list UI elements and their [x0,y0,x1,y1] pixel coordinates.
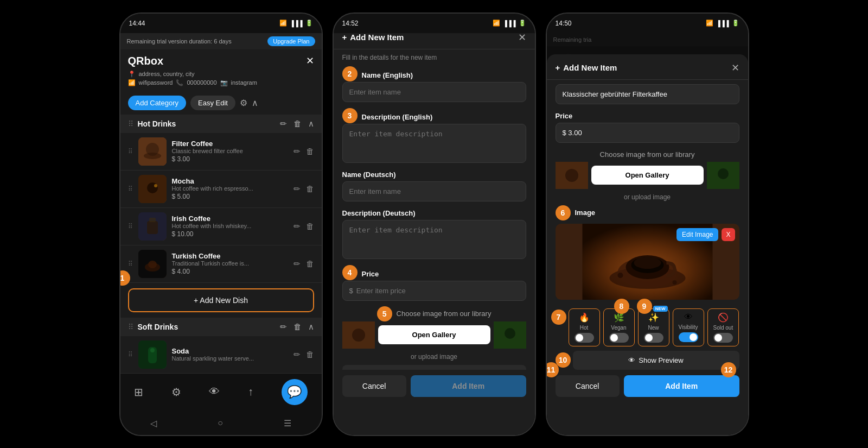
app-title: QRbox [128,55,164,67]
edit-item-soda[interactable]: ✏ [293,350,301,359]
new-icon: ✨ [648,312,659,323]
thumb-irish [138,212,167,241]
price-field-wrap: $ [342,281,526,301]
phone2-content: Remaining tria Hot Drin... + Add New Ite… [334,33,535,435]
tag-vegan: 🌿 Vegan [603,308,635,346]
item-drag-1[interactable]: ⠿ [128,148,133,155]
collapse-soft[interactable]: ∧ [308,322,314,332]
home-btn-1[interactable]: ○ [218,418,223,428]
cancel-button-2[interactable]: Cancel [342,375,406,397]
label-desc-de: Description (Deutsch) [342,209,526,217]
tag-new: NEW ✨ New [638,308,669,346]
toggle-vegan[interactable] [609,333,629,343]
edit-item-2[interactable]: ✏ [293,184,301,194]
soldout-icon: 🚫 [718,312,729,323]
eye-icon[interactable]: 👁 [209,386,220,398]
gallery-thumb-1 [342,321,375,349]
name-en-input[interactable] [342,82,526,102]
close-icon[interactable]: ✕ [306,55,314,67]
image-section-label: Image [575,209,596,217]
item-drag-4[interactable]: ⠿ [128,260,133,268]
time-2: 14:52 [342,20,359,27]
item-info-soda: Soda Natural sparkling water serve... [172,347,288,362]
open-gallery-btn-2[interactable]: Open Gallery [378,325,490,344]
item-name-filled[interactable] [556,84,739,104]
upgrade-button-1[interactable]: Upgrade Plan [267,36,315,46]
remove-image-button[interactable]: X [722,228,735,241]
desc-de-input[interactable] [342,220,526,259]
name-de-input[interactable] [342,181,526,201]
item-price-2: $ 5.00 [172,193,288,200]
delete-category-hot[interactable]: 🗑 [293,119,302,128]
thumb-turkish [138,250,167,278]
open-gallery-btn-3[interactable]: Open Gallery [591,166,704,185]
item-drag-2[interactable]: ⠿ [128,185,133,193]
qr-icon[interactable]: ⊞ [134,386,143,399]
svg-point-2 [144,153,161,159]
price-value-input[interactable] [556,123,739,143]
toggle-hot[interactable] [575,333,594,343]
step-9-badge: 9 [637,299,652,314]
drag-handle-soft[interactable]: ⠿ [128,323,133,331]
delete-item-3[interactable]: 🗑 [306,222,314,231]
label-price-3: Price [556,112,739,120]
collapse-hot[interactable]: ∧ [308,119,314,129]
add-category-button[interactable]: Add Category [128,96,187,110]
item-price-4: $ 4.00 [172,268,288,275]
edit-image-button[interactable]: Edit Image [676,228,718,241]
item-drag-3[interactable]: ⠿ [128,223,133,230]
phone-3: 14:50 📶 ▐▐▐ 🔋 Remaining tria Hot Drin...… [546,12,749,436]
item-turkish-coffee: ⠿ Turkish Coffee Traditional Turkish cof… [120,245,322,283]
show-preview-btn-3[interactable]: 👁 Show Preview [573,351,739,370]
edit-item-3[interactable]: ✏ [293,222,301,231]
recents-btn-1[interactable]: ☰ [284,418,291,428]
back-btn-1[interactable]: ◁ [150,418,157,428]
item-desc-2: Hot coffee with rich espresso... [172,185,288,192]
desc-en-input[interactable] [342,124,526,163]
toggle-new[interactable] [644,333,663,343]
delete-category-soft[interactable]: 🗑 [293,322,302,331]
modal-close-2[interactable]: ✕ [518,33,526,43]
delete-item-2[interactable]: 🗑 [306,184,314,194]
item-mocha: ⠿ Mocha Hot coffee with rich espresso...… [120,171,322,208]
price-input[interactable] [356,287,519,295]
item-drag-soda[interactable]: ⠿ [128,351,133,358]
battery-3: 🔋 [732,20,739,27]
add-item-btn-3[interactable]: Add Item [624,375,739,397]
instagram-icon: 📷 [220,79,228,86]
settings-icon[interactable]: ⚙ [171,386,181,399]
modal-plus-icon: + [342,33,347,42]
item-actions-soda: ✏ 🗑 [293,350,314,359]
item-desc-1: Classic brewed filter coffee [172,148,288,154]
app-header: QRbox ✕ 📍 address, country, city 📶 wifip… [120,49,322,91]
item-actions-4: ✏ 🗑 [293,259,314,269]
easy-edit-button[interactable]: Easy Edit [190,96,235,110]
chevron-up-icon[interactable]: ∧ [252,98,258,108]
add-item-btn-2[interactable]: Add Item [411,375,526,397]
delete-item-soda[interactable]: 🗑 [306,350,314,359]
toggle-visibility[interactable] [679,332,698,342]
fab-button[interactable]: 💬 [282,379,308,405]
delete-item-4[interactable]: 🗑 [306,259,314,269]
item-info-4: Turkish Coffee Traditional Turkish coffe… [172,252,288,275]
show-preview-btn-2[interactable]: 👁 Show Preview [342,365,526,370]
upload-icon[interactable]: ↑ [248,386,253,398]
visibility-label: Visibility [679,324,698,330]
edit-item-4[interactable]: ✏ [293,259,301,269]
delete-item-1[interactable]: 🗑 [306,147,314,156]
cancel-button-3[interactable]: Cancel [556,375,620,397]
edit-category-hot[interactable]: ✏ [280,119,287,129]
gear-icon[interactable]: ⚙ [240,98,247,108]
gallery-row-2: Open Gallery [342,321,526,349]
edit-category-soft[interactable]: ✏ [280,322,287,332]
toggle-soldout[interactable] [713,333,733,343]
add-item-modal-3: + Add New Item ✕ Price Choose image from… [547,54,748,435]
svg-point-14 [150,348,155,352]
modal-close-3[interactable]: ✕ [731,62,739,74]
thumb-filter-coffee [138,137,167,166]
phone3-content: Remaining tria Hot Drin... + Add New Ite… [547,33,748,435]
drag-handle-1[interactable]: ⠿ [128,119,133,128]
wifi-label-icon: 📶 [128,79,136,86]
add-new-dish-button[interactable]: + Add New Dish [128,288,314,312]
edit-item-1[interactable]: ✏ [293,147,301,156]
